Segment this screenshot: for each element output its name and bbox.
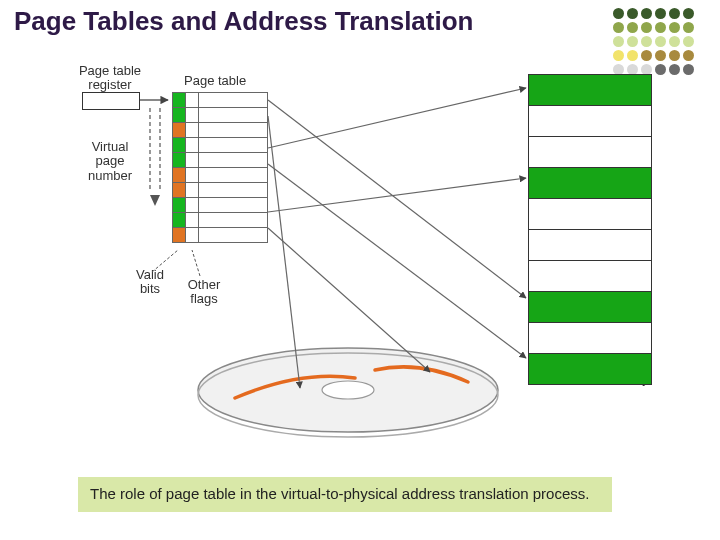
main-memory <box>528 74 652 385</box>
virtual-page-number-label: Virtualpagenumber <box>84 140 136 183</box>
svg-line-8 <box>268 100 526 298</box>
svg-point-5 <box>198 348 498 432</box>
svg-line-13 <box>268 228 430 372</box>
slide-title: Page Tables and Address Translation <box>14 6 473 37</box>
svg-line-10 <box>268 164 526 358</box>
valid-bits-label: Validbits <box>130 268 170 297</box>
page-table-register-box <box>82 92 140 110</box>
slide-caption: The role of page table in the virtual-to… <box>78 477 612 512</box>
page-table-label: Page table <box>184 74 246 88</box>
svg-line-9 <box>268 88 526 148</box>
svg-point-7 <box>322 381 374 399</box>
page-table <box>172 92 268 243</box>
svg-line-12 <box>268 116 300 388</box>
other-flags-label: Otherflags <box>184 278 224 307</box>
decorative-dot-grid <box>613 8 694 75</box>
page-table-register-label: Page tableregister <box>70 64 150 93</box>
svg-point-6 <box>198 353 498 437</box>
svg-line-11 <box>268 178 526 212</box>
svg-line-4 <box>192 250 200 276</box>
